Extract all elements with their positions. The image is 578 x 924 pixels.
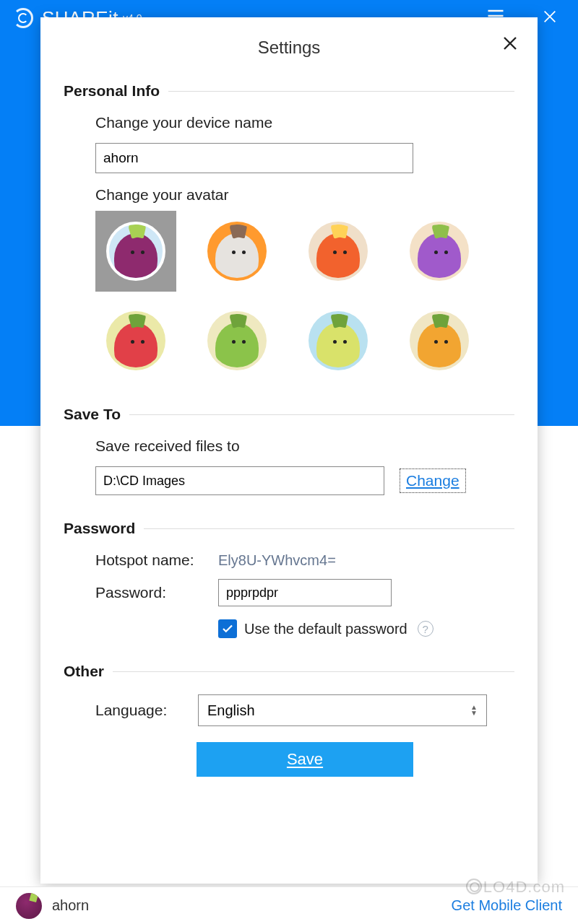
help-icon[interactable]: ?	[418, 621, 434, 637]
spinner-icon: ▲▼	[470, 705, 478, 716]
section-password: Password Hotspot name: Ely8U-YWhvcm4= Pa…	[64, 520, 514, 638]
app-logo-icon	[13, 8, 33, 28]
footer-bar: ahorn Get Mobile Client	[0, 886, 578, 924]
avatar-carrot[interactable]	[298, 211, 379, 292]
device-name-label: Change your device name	[95, 114, 514, 131]
password-label: Password:	[95, 584, 218, 601]
save-to-label: Save received files to	[95, 437, 514, 455]
language-value: English	[207, 702, 255, 719]
avatar-pepper[interactable]	[95, 300, 176, 381]
avatar-apple[interactable]	[197, 300, 277, 381]
avatar-mushroom[interactable]	[197, 211, 277, 292]
change-path-link[interactable]: Change	[402, 471, 464, 491]
device-name-input[interactable]	[95, 143, 413, 173]
footer-username: ahorn	[52, 897, 89, 914]
avatar-pineapple[interactable]	[399, 300, 480, 381]
hotspot-value: Ely8U-YWhvcm4=	[218, 552, 514, 569]
section-title-saveto: Save To	[64, 406, 121, 423]
section-title-other: Other	[64, 663, 104, 680]
default-password-checkbox[interactable]	[218, 619, 237, 638]
avatar-pear[interactable]	[298, 300, 379, 381]
language-select[interactable]: English ▲▼	[198, 694, 487, 726]
section-title-personal: Personal Info	[64, 82, 160, 100]
section-personal-info: Personal Info Change your device name Ch…	[64, 82, 514, 381]
modal-close-icon[interactable]	[501, 35, 519, 55]
save-button[interactable]: Save	[197, 742, 413, 777]
language-label: Language:	[95, 702, 186, 719]
section-title-password: Password	[64, 520, 135, 537]
avatar-eggplant[interactable]	[95, 211, 176, 292]
settings-modal: Settings Personal Info Change your devic…	[40, 17, 538, 884]
avatar-label: Change your avatar	[95, 186, 514, 204]
save-path-input[interactable]	[95, 466, 384, 495]
section-other: Other Language: English ▲▼ Save	[64, 663, 514, 777]
default-password-label: Use the default password	[244, 621, 407, 637]
footer-avatar-icon[interactable]	[16, 893, 42, 919]
get-mobile-client-link[interactable]: Get Mobile Client	[452, 897, 562, 914]
avatar-grapes[interactable]	[399, 211, 480, 292]
password-input[interactable]	[218, 579, 392, 606]
avatar-grid	[95, 211, 514, 381]
app-close-icon[interactable]	[535, 7, 565, 30]
section-save-to: Save To Save received files to Change	[64, 406, 514, 495]
modal-title: Settings	[64, 38, 514, 58]
hotspot-label: Hotspot name:	[95, 552, 218, 569]
